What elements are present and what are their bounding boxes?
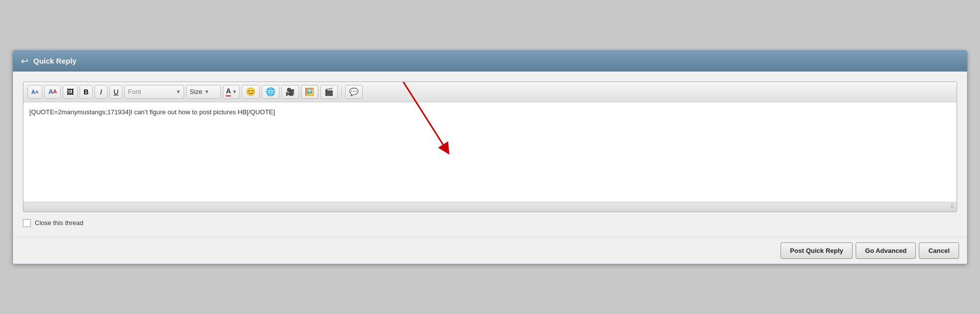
camera-btn[interactable]: 🎥: [282, 85, 299, 99]
resize-handle-icon[interactable]: ⠿: [950, 203, 955, 210]
resize-bar: ⠿: [23, 202, 957, 212]
editor-content: [QUOTE=2manymustangs;171934]I can’t figu…: [29, 108, 275, 116]
bold-btn[interactable]: B: [80, 85, 93, 99]
color-button[interactable]: A ▼: [223, 85, 240, 99]
quick-reply-dialog: ↩ Quick Reply AA AA 🖼 B I: [12, 50, 968, 264]
bold-label: B: [84, 88, 89, 96]
image-btn[interactable]: 🖼: [63, 85, 78, 99]
go-advanced-button[interactable]: Go Advanced: [856, 242, 916, 259]
dialog-header: ↩ Quick Reply: [13, 51, 967, 72]
quote-btn[interactable]: 💬: [345, 85, 363, 99]
editor-textarea[interactable]: [QUOTE=2manymustangs;171934]I can’t figu…: [23, 102, 957, 202]
font-select-label: Font: [128, 88, 174, 95]
cancel-button[interactable]: Cancel: [919, 242, 959, 259]
close-thread-checkbox[interactable]: [23, 219, 31, 227]
color-label: A: [226, 87, 231, 96]
dialog-footer: Post Quick Reply Go Advanced Cancel: [13, 237, 967, 264]
dialog-title: Quick Reply: [33, 57, 77, 65]
size-dropdown-arrow: ▼: [204, 89, 209, 94]
increase-font-btn[interactable]: AA: [44, 85, 61, 99]
media-btn[interactable]: 🎬: [320, 85, 338, 99]
editor-wrapper: [QUOTE=2manymustangs;171934]I can’t figu…: [23, 102, 957, 202]
toolbar: AA AA 🖼 B I U Font: [23, 82, 957, 102]
back-icon[interactable]: ↩: [21, 56, 28, 67]
post-quick-reply-button[interactable]: Post Quick Reply: [781, 242, 853, 259]
dialog-body: AA AA 🖼 B I U Font: [13, 72, 967, 237]
font-dropdown-arrow: ▼: [176, 89, 181, 94]
insert-image-btn[interactable]: 🖼️: [301, 85, 318, 99]
underline-label: U: [113, 88, 118, 96]
color-dropdown-arrow: ▼: [232, 89, 237, 94]
editor-container: AA AA 🖼 B I U Font: [23, 81, 957, 212]
size-selector[interactable]: Size ▼: [186, 85, 221, 99]
italic-btn[interactable]: I: [95, 85, 107, 99]
toolbar-divider: [341, 86, 342, 97]
close-thread-label: Close this thread: [35, 219, 84, 227]
italic-label: I: [100, 88, 102, 96]
footer-options: Close this thread: [23, 212, 957, 227]
decrease-font-btn[interactable]: AA: [27, 85, 42, 99]
emoji-btn[interactable]: 😊: [242, 85, 260, 99]
globe-icon-btn[interactable]: 🌐: [262, 85, 280, 99]
underline-btn[interactable]: U: [109, 85, 122, 99]
size-select-label: Size: [190, 88, 202, 95]
font-selector[interactable]: Font ▼: [124, 85, 184, 99]
